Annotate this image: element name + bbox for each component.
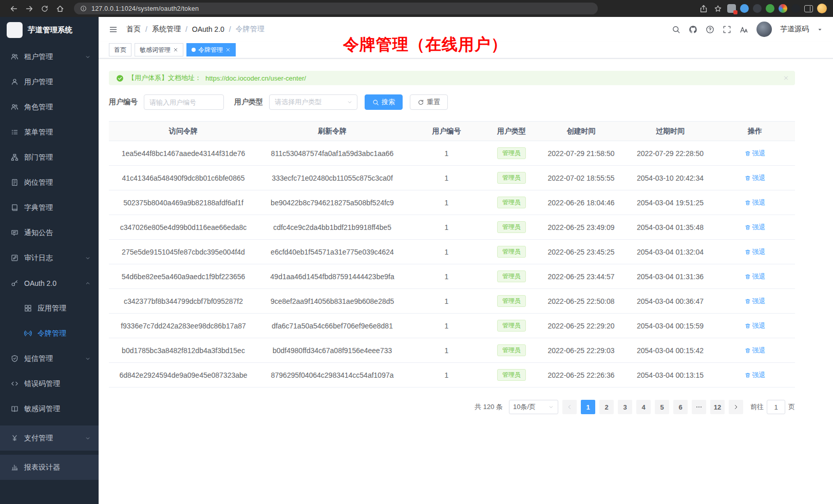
sidebar-item-label: 岗位管理: [24, 178, 53, 187]
bookmark-star-icon[interactable]: [714, 5, 722, 13]
sidebar-item-oauth2-token[interactable]: 令牌管理: [0, 321, 99, 346]
page-button-6[interactable]: 6: [673, 400, 688, 414]
home-icon[interactable]: [56, 5, 64, 13]
sidebar-item-pay[interactable]: 支付管理: [0, 425, 99, 451]
sidebar-item-dept[interactable]: 部门管理: [0, 145, 99, 170]
sidebar-item-dict[interactable]: 字典管理: [0, 195, 99, 220]
split-view-icon[interactable]: [804, 5, 813, 12]
alert-close-icon[interactable]: [783, 75, 789, 81]
sidebar-item-user[interactable]: 用户管理: [0, 69, 99, 94]
force-logout-button[interactable]: 强退: [745, 321, 766, 331]
share-icon[interactable]: [699, 5, 708, 13]
forward-icon[interactable]: [25, 5, 33, 13]
url-bar[interactable]: 127.0.0.1:1024/system/oauth2/token: [74, 3, 598, 14]
tab-sensitive-word[interactable]: 敏感词管理: [135, 43, 183, 56]
table-row: b0d1785bc3a8482f812db4a3f3bd15ecb0df4980…: [109, 338, 795, 363]
prev-page-button[interactable]: [562, 400, 577, 414]
page-button-3[interactable]: 3: [618, 400, 632, 414]
goto-page-input[interactable]: [767, 400, 785, 414]
page-button-2[interactable]: 2: [599, 400, 614, 414]
force-logout-button[interactable]: 强退: [745, 272, 766, 281]
column-header: 用户编号: [407, 122, 486, 141]
sidebar-item-report-designer[interactable]: 报表设计器: [0, 455, 99, 480]
browser-profile-avatar[interactable]: [817, 4, 827, 13]
help-icon[interactable]: [706, 25, 714, 34]
extension-blue-icon[interactable]: [740, 4, 749, 13]
force-logout-button[interactable]: 强退: [745, 371, 766, 380]
user-id-cell: 1: [407, 314, 486, 338]
table-row: 6d842e2924594de9a09e45e087323abe8796295f…: [109, 363, 795, 387]
sidebar: 芋道管理系统 租户管理用户管理角色管理菜单管理部门管理岗位管理字典管理通知公告审…: [0, 17, 99, 504]
delete-icon: [745, 175, 751, 181]
breadcrumb-item[interactable]: 首页: [126, 25, 141, 34]
github-icon[interactable]: [689, 25, 697, 34]
sidebar-item-tenant[interactable]: 租户管理: [0, 44, 99, 69]
force-logout-label: 强退: [752, 272, 766, 281]
more-pages-button[interactable]: [692, 400, 706, 414]
sidebar-item-notice[interactable]: 通知公告: [0, 220, 99, 245]
user-id-input[interactable]: [144, 94, 224, 110]
force-logout-button[interactable]: 强退: [745, 247, 766, 257]
font-size-icon[interactable]: [740, 25, 748, 34]
sidebar-item-label: 用户管理: [24, 77, 53, 87]
refresh-token-cell: 8796295f04064c2983414cc54af1097a: [258, 363, 407, 387]
page-size-select[interactable]: 10条/页: [509, 400, 558, 414]
sidebar-item-menu[interactable]: 菜单管理: [0, 120, 99, 145]
main-area: 首页/系统管理/OAuth 2.0/令牌管理 芋道源码 首页敏感词管理令牌管理 …: [99, 17, 833, 504]
extension-green-icon[interactable]: [766, 4, 774, 13]
sidebar-item-oauth2[interactable]: OAuth 2.0: [0, 270, 99, 296]
user-name[interactable]: 芋道源码: [780, 25, 809, 34]
tab-home[interactable]: 首页: [109, 43, 131, 56]
close-icon[interactable]: [225, 47, 231, 52]
sidebar-item-role[interactable]: 角色管理: [0, 94, 99, 120]
close-icon[interactable]: [173, 47, 178, 52]
delete-icon: [745, 372, 751, 378]
sidebar-item-audit-log[interactable]: 审计日志: [0, 245, 99, 270]
force-logout-button[interactable]: 强退: [745, 346, 766, 355]
reset-button[interactable]: 重置: [410, 94, 448, 110]
page-button-1[interactable]: 1: [581, 400, 595, 414]
sidebar-toggle-icon[interactable]: [109, 26, 118, 33]
page-button-5[interactable]: 5: [655, 400, 669, 414]
breadcrumb-item[interactable]: 系统管理: [152, 25, 181, 34]
page-button-4[interactable]: 4: [636, 400, 651, 414]
breadcrumb-item[interactable]: OAuth 2.0: [192, 25, 224, 33]
tab-token[interactable]: 令牌管理: [186, 43, 236, 56]
force-logout-button[interactable]: 强退: [745, 149, 766, 158]
force-logout-button[interactable]: 强退: [745, 198, 766, 207]
active-dot-icon: [192, 48, 196, 52]
caret-down-icon[interactable]: [817, 27, 823, 32]
column-header: 刷新令牌: [258, 122, 407, 141]
access-token-cell: 54d6be82ee5a460a9aedc1f9bf223656: [109, 264, 258, 289]
doc-link[interactable]: https://doc.iocoder.cn/user-center/: [205, 74, 306, 82]
tree-icon: [11, 153, 18, 161]
force-logout-button[interactable]: 强退: [745, 297, 766, 306]
extension-colorful-icon[interactable]: [779, 4, 787, 13]
sidebar-item-sensitive-word[interactable]: 敏感词管理: [0, 396, 99, 421]
back-icon[interactable]: [10, 5, 18, 13]
extension-icon[interactable]: [727, 4, 736, 13]
user-avatar[interactable]: [756, 22, 772, 37]
fullscreen-icon[interactable]: [723, 25, 731, 34]
created-time-cell: 2022-07-02 18:55:55: [537, 166, 626, 190]
extension-dark-icon[interactable]: [753, 4, 762, 13]
app-logo-row[interactable]: 芋道管理系统: [0, 17, 99, 43]
sidebar-item-oauth2-app[interactable]: 应用管理: [0, 296, 99, 321]
sidebar-item-post[interactable]: 岗位管理: [0, 170, 99, 195]
table-row: 54d6be82ee5a460a9aedc1f9bf22365649d1aa46…: [109, 264, 795, 289]
sidebar-item-error-code[interactable]: 错误码管理: [0, 371, 99, 396]
force-logout-button[interactable]: 强退: [745, 173, 766, 183]
reload-icon[interactable]: [41, 5, 49, 13]
force-logout-label: 强退: [752, 321, 766, 331]
extension-paw-icon[interactable]: [791, 4, 800, 13]
next-page-button[interactable]: [729, 400, 743, 414]
site-info-icon[interactable]: [80, 5, 87, 12]
page-button-12[interactable]: 12: [710, 400, 725, 414]
user-type-select[interactable]: 请选择用户类型: [269, 94, 357, 110]
user-type-placeholder: 请选择用户类型: [275, 98, 321, 107]
force-logout-button[interactable]: 强退: [745, 223, 766, 232]
action-cell: 强退: [715, 363, 795, 387]
search-button[interactable]: 搜索: [365, 94, 403, 110]
search-icon[interactable]: [672, 25, 680, 34]
sidebar-item-sms[interactable]: 短信管理: [0, 346, 99, 371]
